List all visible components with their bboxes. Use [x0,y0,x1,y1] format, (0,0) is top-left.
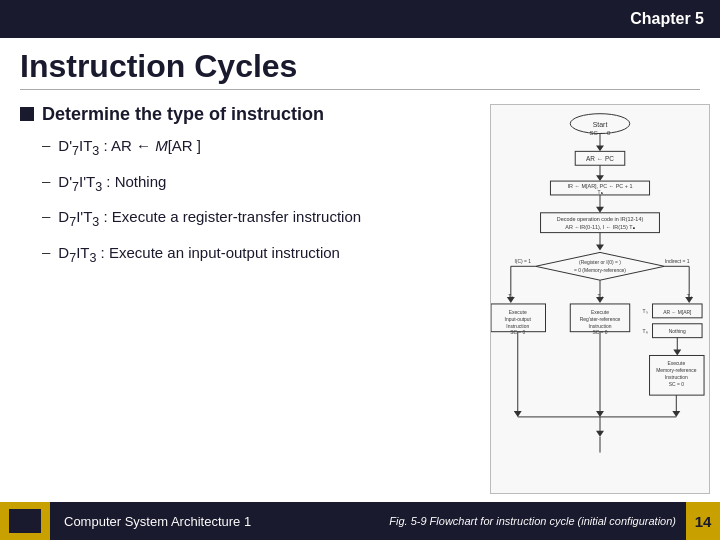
svg-text:Nothing: Nothing [669,329,686,334]
page-title: Instruction Cycles [20,48,700,90]
svg-text:IR ← M[AR], PC ← PC + 1: IR ← M[AR], PC ← PC + 1 [568,183,633,189]
footer-course-title: Computer System Architecture 1 [64,514,389,529]
text-column: Determine the type of instruction – D'7I… [20,104,480,494]
flowchart-diagram: Start SC ← 0 AR ← PC IR ← M[AR], PC ← PC… [490,104,710,494]
svg-text:Memory-reference: Memory-reference [656,368,697,373]
svg-text:Input-output: Input-output [505,317,532,322]
svg-text:T₆: T₆ [643,329,648,334]
svg-text:T₄: T₄ [508,294,513,299]
svg-marker-59 [514,411,522,417]
footer-logo [0,502,50,540]
footer-figure-caption: Fig. 5-9 Flowchart for instruction cycle… [389,515,676,527]
footer-page-number: 14 [686,502,720,540]
chapter-label: Chapter 5 [630,10,704,28]
svg-text:T₅: T₅ [643,309,648,314]
bullet-square-icon [20,107,34,121]
svg-marker-4 [596,145,604,151]
svg-text:I(C) = 1: I(C) = 1 [514,259,531,264]
sub-bullet-2: – D'7I'T3 : Nothing [42,171,480,197]
sub-bullet-1: – D'7IT3 : AR ← M[AR ] [42,135,480,161]
svg-text:Instruction: Instruction [506,324,529,329]
top-bar: Chapter 5 [0,0,720,38]
svg-text:Execute: Execute [667,361,685,366]
dash-icon-3: – [42,207,50,224]
svg-text:= 0 (Memory-reference): = 0 (Memory-reference) [574,268,626,273]
svg-text:T₄: T₄ [597,294,602,299]
svg-marker-66 [596,431,604,437]
svg-marker-19 [536,252,665,280]
logo-icon [7,507,43,535]
svg-text:Instruction: Instruction [589,324,612,329]
svg-text:AR ←IR(0-11), I ← IR(15)    T₃: AR ←IR(0-11), I ← IR(15) T₃ [565,224,634,230]
sub-bullet-text-1: D'7IT3 : AR ← M[AR ] [58,135,201,161]
svg-text:Start: Start [593,121,608,128]
svg-text:Execute: Execute [591,310,609,315]
svg-text:Decode operation code in IR(12: Decode operation code in IR(12-14) [557,216,644,222]
svg-marker-13 [596,207,604,213]
svg-text:Instruction: Instruction [665,375,688,380]
svg-text:AR ← PC: AR ← PC [586,155,614,162]
bullet-section: Determine the type of instruction – D'7I… [20,104,700,494]
sub-bullet-text-2: D'7I'T3 : Nothing [58,171,166,197]
svg-text:AR ← M[AR]: AR ← M[AR] [663,310,692,315]
svg-text:SC = 0: SC = 0 [669,382,684,387]
sub-bullet-4: – D7IT3 : Execute an input-output instru… [42,242,480,268]
main-bullet-text: Determine the type of instruction [42,104,324,125]
svg-text:T₄: T₄ [687,294,692,299]
dash-icon-1: – [42,136,50,153]
sub-bullet-text-3: D7I'T3 : Execute a register-transfer ins… [58,206,361,232]
dash-icon-2: – [42,172,50,189]
svg-marker-18 [596,245,604,251]
svg-marker-63 [672,411,680,417]
svg-marker-52 [673,350,681,356]
svg-text:Execute: Execute [509,310,527,315]
dash-icon-4: – [42,243,50,260]
svg-marker-61 [596,411,604,417]
svg-text:T₂: T₂ [597,190,602,195]
main-bullet: Determine the type of instruction [20,104,480,125]
sub-bullet-text-4: D7IT3 : Execute an input-output instruct… [58,242,340,268]
svg-marker-8 [596,175,604,181]
svg-text:Indirect = 1: Indirect = 1 [665,259,690,264]
sub-bullets: – D'7IT3 : AR ← M[AR ] – D'7I'T3 : Nothi… [42,135,480,267]
svg-text:(Register or I(0) = ): (Register or I(0) = ) [579,260,621,265]
flowchart-svg: Start SC ← 0 AR ← PC IR ← M[AR], PC ← PC… [491,105,709,493]
main-content: Instruction Cycles Determine the type of… [0,38,720,494]
svg-text:Reg'ster-reference: Reg'ster-reference [580,317,621,322]
footer: Computer System Architecture 1 Fig. 5-9 … [0,502,720,540]
flowchart-column: Start SC ← 0 AR ← PC IR ← M[AR], PC ← PC… [490,104,710,494]
sub-bullet-3: – D7I'T3 : Execute a register-transfer i… [42,206,480,232]
